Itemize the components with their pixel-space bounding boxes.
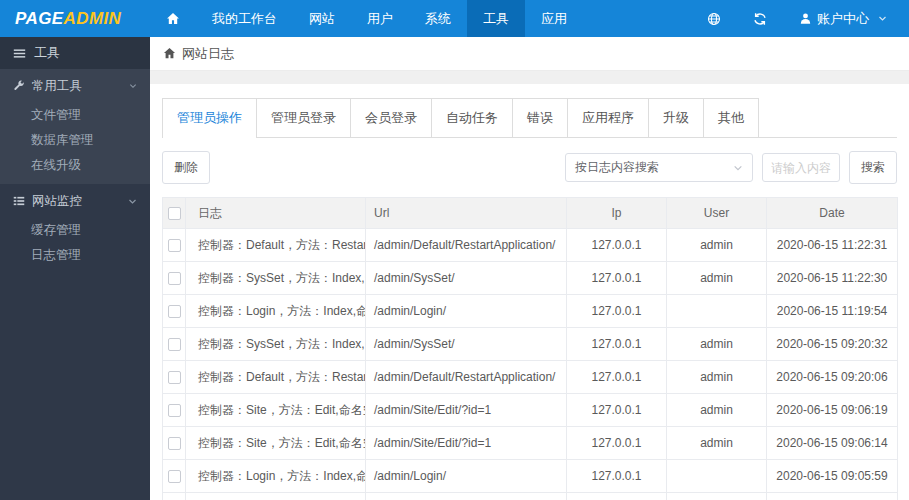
log-type-tab[interactable]: 管理员登录 (256, 98, 351, 137)
url-cell: /admin/Login/ (366, 460, 567, 493)
table-header-row: 日志 Url Ip User Date (163, 198, 898, 229)
nav-menu-item[interactable]: 用户 (351, 0, 409, 37)
log-cell: 控制器：Site，方法：Edit,命名空... (186, 394, 366, 427)
nav-home-button[interactable] (150, 0, 196, 37)
nav-menu-item[interactable]: 应用 (525, 0, 583, 37)
log-cell: 控制器：Login，方法：Index,命名... (186, 460, 366, 493)
sidebar-group-site-monitor-header[interactable]: 网站监控 (0, 184, 150, 218)
sidebar-item[interactable]: 在线升级 (0, 153, 150, 178)
log-table: 日志 Url Ip User Date 控制器：Default，方法：Resta… (162, 197, 898, 500)
brand-logo[interactable]: PAGEADMIN (0, 0, 150, 37)
user-cell (667, 295, 767, 328)
log-type-tab[interactable]: 其他 (703, 98, 759, 137)
row-checkbox[interactable] (168, 338, 181, 351)
tab-label: 会员登录 (365, 110, 417, 125)
log-type-tab[interactable]: 应用程序 (567, 98, 649, 137)
date-cell: 2020-06-15 09:20:32 (767, 328, 898, 361)
row-checkbox-cell (163, 328, 186, 361)
row-checkbox[interactable] (168, 305, 181, 318)
table-row: 控制器：Login，方法：Index,命名... /admin/Login/ 1… (163, 460, 898, 493)
log-type-tab[interactable]: 错误 (512, 98, 568, 137)
log-cell: 控制器：Default，方法：RestartA... (186, 229, 366, 262)
user-cell (667, 460, 767, 493)
sidebar-item-label: 日志管理 (31, 248, 81, 262)
table-body: 控制器：Default，方法：RestartA... /admin/Defaul… (163, 229, 898, 500)
nav-menu-item-label: 应用 (541, 10, 567, 28)
column-header-date: Date (767, 198, 898, 229)
nav-menu-item-label: 网站 (309, 10, 335, 28)
table-row: 控制器：Login，方法：Index,命名... /admin/Login/ 1… (163, 295, 898, 328)
nav-menu-item[interactable]: 工具 (467, 0, 525, 37)
log-type-tab[interactable]: 升级 (648, 98, 704, 137)
group-arrow-icon (129, 82, 137, 90)
table-row: 控制器：Site，方法：Edit,命名空... /admin/Site/Edit… (163, 427, 898, 460)
row-checkbox-cell (163, 394, 186, 427)
user-cell: admin (667, 493, 767, 500)
search-type-value: 按日志内容搜索 (575, 159, 659, 176)
url-cell: /admin/Site/Edit/?id=1 (366, 427, 567, 460)
log-type-tab[interactable]: 自动任务 (431, 98, 513, 137)
account-center-menu[interactable]: 账户中心 (783, 10, 893, 28)
row-checkbox[interactable] (168, 272, 181, 285)
list-icon (13, 195, 25, 207)
row-checkbox-cell (163, 361, 186, 394)
sidebar-title: 工具 (0, 37, 150, 69)
column-header-ip: Ip (567, 198, 667, 229)
delete-button[interactable]: 删除 (162, 151, 210, 184)
sidebar-item[interactable]: 日志管理 (0, 243, 150, 268)
row-checkbox[interactable] (168, 371, 181, 384)
home-icon (166, 12, 180, 26)
top-nav-menu: 我的工作台 网站 用户 系统 工具 应用 (196, 0, 583, 37)
tab-label: 管理员登录 (271, 110, 336, 125)
sidebar-item[interactable]: 缓存管理 (0, 218, 150, 243)
tab-label: 应用程序 (582, 110, 634, 125)
row-checkbox[interactable] (168, 437, 181, 450)
table-row: 控制器：Default，方法：RestartA... /admin/Defaul… (163, 229, 898, 262)
sidebar-group-site-monitor: 网站监控 缓存管理 日志管理 (0, 184, 150, 274)
search-button[interactable]: 搜索 (849, 151, 897, 184)
url-cell: /admin/SysSet/ (366, 328, 567, 361)
url-cell: /admin/SysSet/ (366, 262, 567, 295)
date-cell: 2020-06-15 09:06:19 (767, 394, 898, 427)
nav-menu-item[interactable]: 系统 (409, 0, 467, 37)
tab-label: 自动任务 (446, 110, 498, 125)
table-row: 控制器：SysSet，方法：Index,命... /admin/SysSet/ … (163, 328, 898, 361)
sidebar-item[interactable]: 数据库管理 (0, 128, 150, 153)
sidebar-title-label: 工具 (34, 44, 60, 62)
log-cell: 控制器：InfoData，方法：InfoEdit,... (186, 493, 366, 500)
tab-label: 错误 (527, 110, 553, 125)
language-globe-button[interactable] (691, 0, 737, 37)
sidebar-item[interactable]: 文件管理 (0, 103, 150, 128)
row-checkbox[interactable] (168, 404, 181, 417)
hamburger-icon (13, 47, 26, 60)
top-navbar: PAGEADMIN 我的工作台 网站 用户 系统 工具 应用 (0, 0, 909, 37)
ip-cell: 127.0.0.1 (567, 229, 667, 262)
search-input[interactable] (762, 153, 840, 182)
user-cell: admin (667, 229, 767, 262)
refresh-button[interactable] (737, 0, 783, 37)
log-type-tab[interactable]: 管理员操作 (162, 98, 257, 137)
date-cell: 2020-06-15 11:19:54 (767, 295, 898, 328)
log-type-tab[interactable]: 会员登录 (350, 98, 432, 137)
globe-icon (707, 12, 721, 26)
search-controls: 按日志内容搜索 搜索 (565, 151, 897, 184)
sidebar-group-common-tools-header[interactable]: 常用工具 (0, 69, 150, 103)
row-checkbox-cell (163, 427, 186, 460)
tab-label: 升级 (663, 110, 689, 125)
column-header-url: Url (366, 198, 567, 229)
row-checkbox[interactable] (168, 239, 181, 252)
nav-menu-item[interactable]: 网站 (293, 0, 351, 37)
sidebar-group-label: 常用工具 (32, 78, 82, 95)
nav-menu-item[interactable]: 我的工作台 (196, 0, 293, 37)
row-checkbox[interactable] (168, 470, 181, 483)
user-cell: admin (667, 328, 767, 361)
nav-menu-item-label: 用户 (367, 10, 393, 28)
select-all-cell (163, 198, 186, 229)
date-cell: 2020-06-15 09:05:59 (767, 460, 898, 493)
select-all-checkbox[interactable] (168, 207, 181, 220)
breadcrumb: 网站日志 (150, 37, 909, 71)
search-type-select[interactable]: 按日志内容搜索 (565, 153, 753, 182)
table-row: 控制器：SysSet，方法：Index,命... /admin/SysSet/ … (163, 262, 898, 295)
sidebar-item-label: 文件管理 (31, 108, 81, 122)
nav-menu-item-label: 系统 (425, 10, 451, 28)
